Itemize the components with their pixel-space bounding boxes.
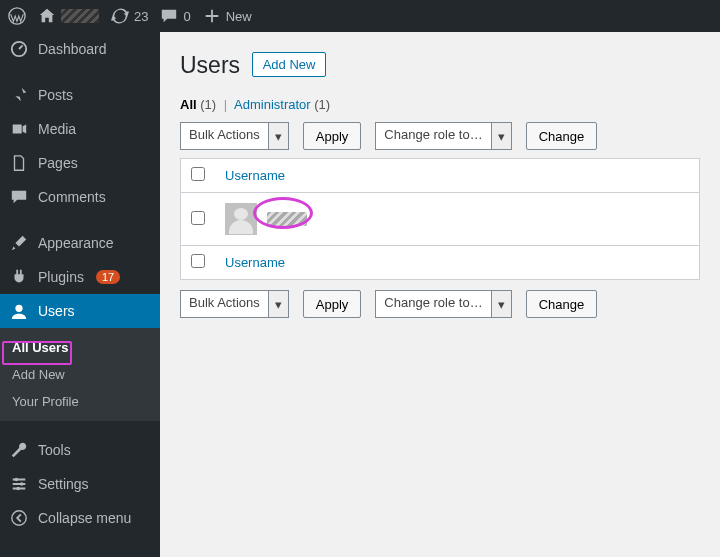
menu-label: Media xyxy=(38,121,76,137)
site-home[interactable] xyxy=(38,7,99,25)
home-icon xyxy=(38,7,56,25)
page-title: Users xyxy=(180,52,240,79)
dashboard-icon xyxy=(10,40,28,58)
submenu-add-new[interactable]: Add New xyxy=(0,361,160,388)
wrench-icon xyxy=(10,441,28,459)
svg-point-3 xyxy=(15,478,19,482)
highlight-box xyxy=(2,341,72,365)
add-new-button[interactable]: Add New xyxy=(252,52,327,77)
change-button-bottom[interactable]: Change xyxy=(526,290,598,318)
menu-media[interactable]: Media xyxy=(0,112,160,146)
menu-collapse[interactable]: Collapse menu xyxy=(0,501,160,535)
user-icon xyxy=(10,302,28,320)
apply-button[interactable]: Apply xyxy=(303,122,362,150)
svg-point-5 xyxy=(16,487,20,491)
bulk-actions-label: Bulk Actions xyxy=(181,123,268,149)
menu-label: Comments xyxy=(38,189,106,205)
comment-icon xyxy=(160,7,178,25)
chevron-down-icon[interactable]: ▾ xyxy=(491,291,511,317)
menu-label: Tools xyxy=(38,442,71,458)
change-role-select[interactable]: Change role to… ▾ xyxy=(375,122,511,150)
change-role-label: Change role to… xyxy=(376,123,490,149)
plugins-badge: 17 xyxy=(96,270,120,284)
comments[interactable]: 0 xyxy=(160,7,190,25)
col-username-header[interactable]: Username xyxy=(225,168,285,183)
row-checkbox[interactable] xyxy=(191,211,205,225)
menu-settings[interactable]: Settings xyxy=(0,467,160,501)
filter-admin-count: (1) xyxy=(314,97,330,112)
chevron-down-icon[interactable]: ▾ xyxy=(268,291,288,317)
main-content: Users Add New All (1) | Administrator (1… xyxy=(160,32,720,557)
collapse-icon xyxy=(10,509,28,527)
svg-point-6 xyxy=(12,511,26,525)
apply-button-bottom[interactable]: Apply xyxy=(303,290,362,318)
menu-pages[interactable]: Pages xyxy=(0,146,160,180)
menu-label: Users xyxy=(38,303,75,319)
refresh-icon xyxy=(111,7,129,25)
plug-icon xyxy=(10,268,28,286)
menu-label: Appearance xyxy=(38,235,114,251)
plus-icon xyxy=(203,7,221,25)
avatar xyxy=(225,203,257,235)
menu-label: Collapse menu xyxy=(38,510,131,526)
menu-label: Posts xyxy=(38,87,73,103)
filter-administrator[interactable]: Administrator xyxy=(234,97,311,112)
menu-dashboard[interactable]: Dashboard xyxy=(0,32,160,66)
highlight-ellipse xyxy=(253,197,313,229)
new-content[interactable]: New xyxy=(203,7,252,25)
change-role-select-bottom[interactable]: Change role to… ▾ xyxy=(375,290,511,318)
filter-all[interactable]: All xyxy=(180,97,197,112)
users-table: Username Username xyxy=(180,158,700,280)
filter-sep: | xyxy=(224,97,227,112)
updates-count: 23 xyxy=(134,9,148,24)
role-filters: All (1) | Administrator (1) xyxy=(180,97,700,112)
chevron-down-icon[interactable]: ▾ xyxy=(491,123,511,149)
col-username-footer[interactable]: Username xyxy=(225,255,285,270)
table-row xyxy=(181,193,700,246)
tablenav-top: Bulk Actions ▾ Apply Change role to… ▾ C… xyxy=(180,122,700,150)
bulk-actions-select-bottom[interactable]: Bulk Actions ▾ xyxy=(180,290,289,318)
select-all-bottom[interactable] xyxy=(191,254,205,268)
submenu-your-profile[interactable]: Your Profile xyxy=(0,388,160,415)
change-role-label: Change role to… xyxy=(376,291,490,317)
menu-tools[interactable]: Tools xyxy=(0,433,160,467)
media-icon xyxy=(10,120,28,138)
site-name-placeholder xyxy=(61,9,99,23)
menu-label: Dashboard xyxy=(38,41,107,57)
menu-comments[interactable]: Comments xyxy=(0,180,160,214)
wp-logo[interactable] xyxy=(8,7,26,25)
wordpress-icon xyxy=(8,7,26,25)
comments-count: 0 xyxy=(183,9,190,24)
bulk-actions-label: Bulk Actions xyxy=(181,291,268,317)
menu-plugins[interactable]: Plugins 17 xyxy=(0,260,160,294)
page-icon xyxy=(10,154,28,172)
pin-icon xyxy=(10,86,28,104)
brush-icon xyxy=(10,234,28,252)
sliders-icon xyxy=(10,475,28,493)
svg-point-4 xyxy=(20,482,24,486)
menu-label: Pages xyxy=(38,155,78,171)
admin-bar: 23 0 New xyxy=(0,0,720,32)
menu-appearance[interactable]: Appearance xyxy=(0,226,160,260)
menu-label: Settings xyxy=(38,476,89,492)
change-button[interactable]: Change xyxy=(526,122,598,150)
admin-sidebar: Dashboard Posts Media Pages Comments App… xyxy=(0,32,160,557)
menu-users[interactable]: Users xyxy=(0,294,160,328)
new-label: New xyxy=(226,9,252,24)
bulk-actions-select[interactable]: Bulk Actions ▾ xyxy=(180,122,289,150)
select-all-top[interactable] xyxy=(191,167,205,181)
svg-point-2 xyxy=(15,305,22,312)
filter-all-count: (1) xyxy=(200,97,216,112)
menu-label: Plugins xyxy=(38,269,84,285)
chevron-down-icon[interactable]: ▾ xyxy=(268,123,288,149)
updates[interactable]: 23 xyxy=(111,7,148,25)
menu-posts[interactable]: Posts xyxy=(0,78,160,112)
tablenav-bottom: Bulk Actions ▾ Apply Change role to… ▾ C… xyxy=(180,290,700,318)
comment-icon xyxy=(10,188,28,206)
